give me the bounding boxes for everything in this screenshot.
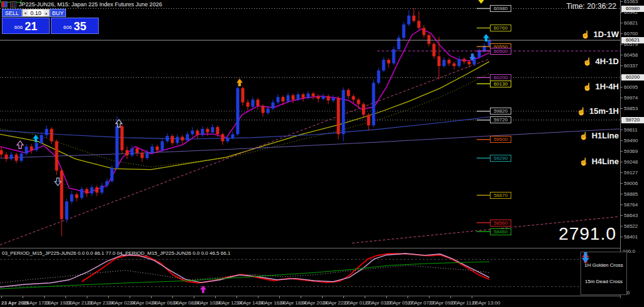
time-tick-mark xyxy=(108,296,109,298)
candle-body xyxy=(25,147,28,154)
price-tick-label: 59611 xyxy=(624,127,638,133)
candle-body xyxy=(216,127,219,134)
timeframe-text: H4Line xyxy=(592,157,619,166)
candle-body xyxy=(458,59,461,66)
candle-body xyxy=(156,147,159,150)
candle-body xyxy=(478,51,481,57)
price-tick-mark xyxy=(621,215,623,216)
timeframe-label-1d-1w[interactable]: ☝1D-1W xyxy=(581,30,619,39)
time-tick-mark xyxy=(172,296,173,298)
signal-violet xyxy=(0,254,489,287)
candle-body xyxy=(423,28,426,35)
mt4-terminal-window: JP225-JUN26, M15: Japan 225 Index Future… xyxy=(0,0,644,307)
price-tick-mark xyxy=(621,130,623,130)
timeframe-label-4h-1d[interactable]: ☝4H-1D xyxy=(582,57,619,66)
subwindow-separator[interactable] xyxy=(0,248,644,248)
sell-button[interactable]: SELL xyxy=(2,9,22,17)
time-tick-mark xyxy=(343,296,344,298)
price-tick-label: 58764 xyxy=(624,202,638,208)
candle-body xyxy=(65,201,69,219)
time-tick-mark xyxy=(44,296,45,298)
cross-legend-panel: 1H Golden Cross 15m Dead Cross xyxy=(580,252,627,295)
time-tick-mark xyxy=(130,296,130,298)
time-tick-mark xyxy=(472,296,472,298)
candle-body xyxy=(181,137,184,141)
sell-price-box[interactable]: 606 21 xyxy=(2,18,50,34)
candle-body xyxy=(136,148,139,153)
candle-body xyxy=(121,126,124,150)
timeframe-label-15m-1h[interactable]: ☝15m-1H xyxy=(577,106,619,116)
price-tick-mark xyxy=(621,87,623,87)
timeframe-text: H1Line xyxy=(592,131,619,140)
buy-price-box[interactable]: 606 35 xyxy=(51,18,99,34)
timeframe-label-h1line[interactable]: ☝H1Line xyxy=(579,131,619,140)
price-tick-label: 61063 xyxy=(624,0,638,4)
candle-body xyxy=(35,143,38,150)
candle-body xyxy=(317,96,320,99)
volume-up-icon[interactable]: ▲ xyxy=(43,9,49,16)
pointing-hand-icon: ☝ xyxy=(582,83,592,91)
time-tick-mark xyxy=(1,296,2,298)
candle-body xyxy=(211,127,214,132)
candle-body xyxy=(443,60,446,66)
volume-stepper[interactable]: ▼ 0.10 ▲ xyxy=(22,9,50,17)
candle-body xyxy=(126,150,129,155)
timeframe-label-h4line[interactable]: ☝H4Line xyxy=(579,157,619,166)
candle-body xyxy=(287,95,290,101)
price-tick-mark xyxy=(621,98,623,98)
price-tick-label: 60095 xyxy=(624,84,638,90)
time-tick-mark xyxy=(23,296,23,298)
price-tick-label: 58401 xyxy=(624,234,638,240)
price-tick-label: 60700 xyxy=(624,31,638,36)
price-tick-label: 58643 xyxy=(624,213,638,218)
time-tick-mark xyxy=(429,296,430,298)
candle-body xyxy=(131,148,134,155)
candle-body xyxy=(362,104,365,114)
pointing-hand-icon: ☝ xyxy=(579,132,589,140)
candle-body xyxy=(116,126,119,168)
price-tick-label: 59006 xyxy=(624,181,638,186)
candle-body xyxy=(10,155,13,159)
price-axis-highlight: 60621 xyxy=(621,37,644,43)
buy-button[interactable]: BUY xyxy=(50,9,66,17)
volume-down-icon[interactable]: ▼ xyxy=(23,9,28,16)
candle-body xyxy=(50,129,53,142)
candle-body xyxy=(387,60,391,64)
main-chart-canvas[interactable] xyxy=(0,0,620,248)
price-axis-highlight: 60200 xyxy=(621,74,644,81)
candle-body xyxy=(236,88,240,134)
price-tick-mark xyxy=(621,237,623,237)
price-tick-mark xyxy=(621,151,623,152)
candle-body xyxy=(5,155,8,159)
time-tick-mark xyxy=(279,296,280,298)
price-tick-mark xyxy=(621,33,623,34)
candle-body xyxy=(327,96,330,101)
price-tick-label: 59974 xyxy=(624,95,638,101)
chart-title-bar: JP225-JUN26, M15: Japan 225 Index Future… xyxy=(1,1,162,8)
signal-white-dotted xyxy=(0,265,489,283)
legend-label: 1H Golden Cross xyxy=(584,262,623,268)
candle-body xyxy=(307,94,310,98)
sub-indicator-canvas[interactable] xyxy=(0,250,620,296)
timeframe-label-1h-4h[interactable]: ☝1H-4H xyxy=(582,82,619,91)
candle-body xyxy=(226,138,230,142)
candle-body xyxy=(418,21,421,28)
candle-body xyxy=(242,88,245,103)
price-tag-60130: 60130 xyxy=(490,81,511,87)
candle-body xyxy=(252,99,255,106)
volume-value[interactable]: 0.10 xyxy=(28,10,43,16)
time-tick-mark xyxy=(450,296,451,298)
candle-body xyxy=(272,103,275,109)
price-tick-label: 60821 xyxy=(624,20,638,26)
time-tick-mark xyxy=(215,296,216,298)
price-tick-mark xyxy=(621,183,623,184)
down-arrow-marker xyxy=(478,0,484,4)
price-tick-label: 60458 xyxy=(624,52,638,58)
candle-body xyxy=(402,25,406,38)
time-tick-mark xyxy=(301,296,301,298)
candle-body xyxy=(347,90,350,96)
candle-body xyxy=(257,99,260,106)
candle-body xyxy=(91,187,94,194)
candle-body xyxy=(322,96,325,99)
candle-body xyxy=(186,134,189,140)
